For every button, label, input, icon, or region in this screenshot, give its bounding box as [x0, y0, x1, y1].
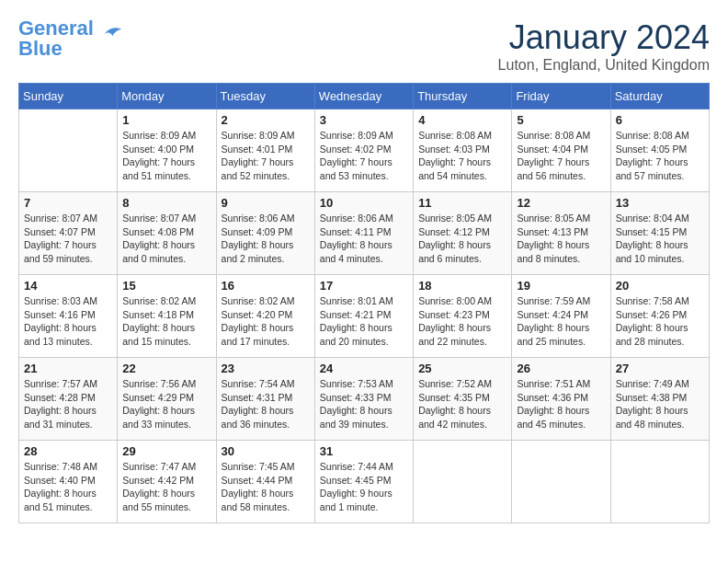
calendar-cell: 5 Sunrise: 8:08 AM Sunset: 4:04 PM Dayli… — [512, 109, 610, 192]
day-info: Sunrise: 8:06 AM Sunset: 4:11 PM Dayligh… — [320, 212, 408, 266]
month-year-title: January 2024 — [498, 18, 710, 57]
calendar-cell: 23 Sunrise: 7:54 AM Sunset: 4:31 PM Dayl… — [216, 358, 314, 441]
sunrise-text: Sunrise: 7:54 AM — [222, 378, 295, 389]
day-info: Sunrise: 7:47 AM Sunset: 4:42 PM Dayligh… — [122, 460, 210, 514]
sunrise-text: Sunrise: 7:44 AM — [320, 461, 393, 472]
day-number: 15 — [122, 279, 210, 293]
calendar-body: 1 Sunrise: 8:09 AM Sunset: 4:00 PM Dayli… — [19, 109, 710, 523]
day-number: 8 — [122, 196, 210, 210]
sunrise-text: Sunrise: 7:45 AM — [222, 461, 295, 472]
sunset-text: Sunset: 4:36 PM — [517, 392, 588, 403]
daylight-text: Daylight: 7 hours and 53 minutes. — [320, 156, 392, 181]
day-number: 7 — [24, 196, 112, 210]
day-info: Sunrise: 8:08 AM Sunset: 4:03 PM Dayligh… — [418, 129, 506, 183]
day-info: Sunrise: 8:07 AM Sunset: 4:08 PM Dayligh… — [122, 212, 210, 266]
sunset-text: Sunset: 4:45 PM — [320, 475, 392, 486]
day-number: 28 — [24, 444, 112, 458]
calendar-cell — [610, 441, 709, 523]
day-info: Sunrise: 7:48 AM Sunset: 4:40 PM Dayligh… — [24, 460, 112, 514]
day-number: 9 — [222, 196, 310, 210]
calendar-cell: 30 Sunrise: 7:45 AM Sunset: 4:44 PM Dayl… — [216, 441, 314, 523]
day-number: 20 — [616, 279, 704, 293]
day-number: 19 — [517, 279, 605, 293]
day-info: Sunrise: 7:56 AM Sunset: 4:29 PM Dayligh… — [122, 377, 210, 431]
day-number: 30 — [222, 444, 310, 458]
sunrise-text: Sunrise: 7:59 AM — [517, 295, 590, 306]
day-number: 23 — [222, 362, 310, 375]
daylight-text: Daylight: 8 hours and 6 minutes. — [418, 239, 491, 264]
sunset-text: Sunset: 4:40 PM — [24, 475, 96, 486]
sunrise-text: Sunrise: 7:56 AM — [122, 378, 196, 389]
col-friday: Friday — [512, 84, 610, 109]
day-info: Sunrise: 8:02 AM Sunset: 4:18 PM Dayligh… — [122, 294, 210, 349]
header-row: Sunday Monday Tuesday Wednesday Thursday… — [19, 84, 710, 109]
calendar-week-row: 14 Sunrise: 8:03 AM Sunset: 4:16 PM Dayl… — [19, 275, 710, 358]
day-info: Sunrise: 8:03 AM Sunset: 4:16 PM Dayligh… — [24, 294, 112, 349]
calendar-cell: 17 Sunrise: 8:01 AM Sunset: 4:21 PM Dayl… — [314, 275, 413, 358]
calendar-cell: 15 Sunrise: 8:02 AM Sunset: 4:18 PM Dayl… — [118, 275, 216, 358]
calendar-cell: 18 Sunrise: 8:00 AM Sunset: 4:23 PM Dayl… — [414, 275, 512, 358]
daylight-text: Daylight: 7 hours and 51 minutes. — [122, 156, 195, 181]
logo-bird-icon — [97, 20, 125, 48]
daylight-text: Daylight: 8 hours and 51 minutes. — [24, 488, 97, 512]
sunrise-text: Sunrise: 8:08 AM — [418, 130, 492, 141]
sunrise-text: Sunrise: 7:49 AM — [616, 378, 689, 389]
sunrise-text: Sunrise: 7:57 AM — [24, 378, 97, 389]
sunset-text: Sunset: 4:18 PM — [122, 309, 194, 320]
sunset-text: Sunset: 4:23 PM — [418, 309, 490, 320]
sunset-text: Sunset: 4:42 PM — [122, 475, 194, 486]
day-number: 1 — [122, 113, 210, 127]
sunrise-text: Sunrise: 8:08 AM — [616, 130, 689, 141]
sunrise-text: Sunrise: 8:08 AM — [517, 130, 590, 141]
sunrise-text: Sunrise: 7:58 AM — [616, 295, 689, 306]
day-number: 16 — [222, 279, 310, 293]
calendar-cell: 8 Sunrise: 8:07 AM Sunset: 4:08 PM Dayli… — [118, 192, 216, 275]
day-number: 11 — [418, 196, 506, 210]
day-info: Sunrise: 8:08 AM Sunset: 4:04 PM Dayligh… — [517, 129, 605, 183]
daylight-text: Daylight: 8 hours and 31 minutes. — [24, 405, 97, 430]
sunset-text: Sunset: 4:15 PM — [616, 226, 688, 237]
sunrise-text: Sunrise: 8:06 AM — [320, 213, 393, 224]
sunset-text: Sunset: 4:31 PM — [222, 392, 293, 403]
sunset-text: Sunset: 4:04 PM — [517, 144, 588, 155]
sunrise-text: Sunrise: 8:09 AM — [320, 130, 393, 141]
sunrise-text: Sunrise: 8:07 AM — [122, 213, 196, 224]
calendar-cell: 26 Sunrise: 7:51 AM Sunset: 4:36 PM Dayl… — [512, 358, 610, 441]
daylight-text: Daylight: 7 hours and 56 minutes. — [517, 156, 589, 181]
sunset-text: Sunset: 4:11 PM — [320, 226, 392, 237]
daylight-text: Daylight: 8 hours and 20 minutes. — [320, 322, 392, 347]
calendar-cell: 19 Sunrise: 7:59 AM Sunset: 4:24 PM Dayl… — [512, 275, 610, 358]
day-number: 17 — [320, 279, 408, 293]
day-info: Sunrise: 8:04 AM Sunset: 4:15 PM Dayligh… — [616, 212, 704, 266]
day-number: 14 — [24, 279, 112, 293]
calendar-cell: 3 Sunrise: 8:09 AM Sunset: 4:02 PM Dayli… — [314, 109, 413, 192]
sunrise-text: Sunrise: 8:02 AM — [222, 295, 295, 306]
calendar-cell: 12 Sunrise: 8:05 AM Sunset: 4:13 PM Dayl… — [512, 192, 610, 275]
calendar-cell: 1 Sunrise: 8:09 AM Sunset: 4:00 PM Dayli… — [118, 109, 216, 192]
title-block: January 2024 Luton, England, United King… — [498, 18, 710, 74]
day-number: 12 — [517, 196, 605, 210]
daylight-text: Daylight: 8 hours and 10 minutes. — [616, 239, 688, 264]
day-info: Sunrise: 7:54 AM Sunset: 4:31 PM Dayligh… — [222, 377, 310, 431]
day-info: Sunrise: 7:57 AM Sunset: 4:28 PM Dayligh… — [24, 377, 112, 431]
calendar-week-row: 28 Sunrise: 7:48 AM Sunset: 4:40 PM Dayl… — [19, 441, 710, 523]
sunset-text: Sunset: 4:01 PM — [222, 144, 293, 155]
day-number: 25 — [418, 362, 506, 375]
daylight-text: Daylight: 8 hours and 17 minutes. — [222, 322, 294, 347]
day-info: Sunrise: 8:01 AM Sunset: 4:21 PM Dayligh… — [320, 294, 408, 349]
day-number: 10 — [320, 196, 408, 210]
sunrise-text: Sunrise: 7:52 AM — [418, 378, 492, 389]
daylight-text: Daylight: 8 hours and 42 minutes. — [418, 405, 491, 430]
daylight-text: Daylight: 8 hours and 13 minutes. — [24, 322, 97, 347]
day-number: 6 — [616, 113, 704, 127]
day-number: 29 — [122, 444, 210, 458]
day-number: 22 — [122, 362, 210, 375]
calendar-cell: 16 Sunrise: 8:02 AM Sunset: 4:20 PM Dayl… — [216, 275, 314, 358]
day-info: Sunrise: 8:05 AM Sunset: 4:12 PM Dayligh… — [418, 212, 506, 266]
calendar-cell: 20 Sunrise: 7:58 AM Sunset: 4:26 PM Dayl… — [610, 275, 709, 358]
day-info: Sunrise: 7:52 AM Sunset: 4:35 PM Dayligh… — [418, 377, 506, 431]
calendar-week-row: 1 Sunrise: 8:09 AM Sunset: 4:00 PM Dayli… — [19, 109, 710, 192]
day-info: Sunrise: 7:49 AM Sunset: 4:38 PM Dayligh… — [616, 377, 704, 431]
sunrise-text: Sunrise: 8:05 AM — [517, 213, 590, 224]
day-number: 2 — [222, 113, 310, 127]
